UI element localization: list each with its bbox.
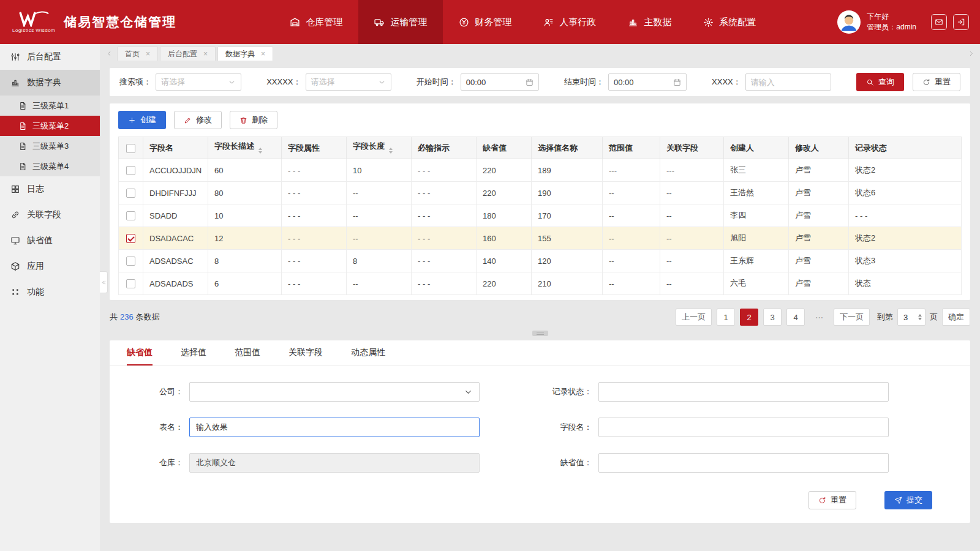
nav-item-master-data[interactable]: 主数据	[612, 0, 687, 44]
sidebar-item-default-values[interactable]: 缺省值	[0, 228, 100, 253]
table-row[interactable]: ACCUOJJDJN60- - -10- - -220189------张三卢雪…	[119, 159, 962, 182]
split-drag-handle[interactable]	[532, 331, 548, 336]
detail-tab-range-value[interactable]: 范围值	[235, 340, 260, 365]
row-checkbox[interactable]	[126, 279, 135, 288]
column-header[interactable]: 关联字段	[660, 137, 724, 159]
detail-tab-select-value[interactable]: 选择值	[181, 340, 206, 365]
sidebar-item-backend-config[interactable]: 后台配置	[0, 44, 100, 70]
sidebar-item-label: 三级菜单2	[32, 121, 69, 132]
page-button-1[interactable]: 1	[717, 309, 735, 326]
close-icon[interactable]: ×	[203, 50, 208, 58]
column-header[interactable]: 记录状态	[849, 137, 962, 159]
total-count: 共236条数据	[110, 312, 162, 323]
column-header[interactable]: 字段属性	[282, 137, 347, 159]
row-checkbox[interactable]	[126, 189, 135, 198]
tab-backend-config[interactable]: 后台配置 ×	[160, 47, 216, 61]
spinner-carets-icon[interactable]	[918, 312, 922, 322]
column-header[interactable]: 字段长度	[347, 137, 412, 159]
tabs-scroll-left[interactable]	[104, 47, 115, 61]
start-time-input[interactable]: 00:00	[461, 73, 539, 91]
xxxx-input[interactable]	[745, 73, 831, 91]
edit-button[interactable]: 修改	[174, 111, 222, 129]
table-row[interactable]: ADSADADS6- - ---- - -220210----六毛卢雪状态	[119, 272, 962, 295]
table-row[interactable]: SDADD10- - ---- - -180170----李四卢雪- - -	[119, 204, 962, 227]
table-row[interactable]: DSADACAC12- - ---- - -160155----旭阳卢雪状态2	[119, 227, 962, 250]
page-button-4[interactable]: 4	[786, 309, 805, 326]
table-row[interactable]: ADSADSAC8- - -8- - -140120----王东辉卢雪状态3	[119, 250, 962, 272]
row-checkbox[interactable]	[126, 211, 135, 220]
field-name-input[interactable]	[598, 418, 889, 437]
sidebar-item-functions[interactable]: 功能	[0, 279, 100, 305]
tabs-scroll-right[interactable]	[965, 47, 976, 61]
form-submit-button[interactable]: 提交	[884, 491, 932, 509]
create-button[interactable]: 创建	[118, 111, 166, 129]
default-value-input[interactable]	[598, 453, 889, 473]
sidebar-item-submenu-4[interactable]: 三级菜单4	[0, 156, 100, 176]
end-time-input[interactable]: 00:00	[608, 73, 687, 91]
xxxxx-select[interactable]: 请选择	[306, 73, 391, 91]
sort-icon[interactable]	[389, 146, 393, 156]
tab-home[interactable]: 首页 ×	[117, 47, 158, 61]
close-icon[interactable]: ×	[146, 50, 150, 58]
nav-item-system-config[interactable]: 系统配置	[687, 0, 772, 44]
row-checkbox[interactable]	[126, 234, 135, 243]
page-button-2[interactable]: 2	[740, 309, 758, 326]
user-info: 下午好 管理员：admin	[867, 12, 916, 33]
column-header[interactable]: 字段长描述	[208, 137, 282, 159]
logout-button[interactable]	[953, 14, 969, 30]
detail-tab-dynamic-attr[interactable]: 动态属性	[351, 340, 385, 365]
calendar-icon[interactable]	[673, 78, 681, 86]
table-row[interactable]: DHDIFNFJJJ80- - ---- - -220190----王浩然卢雪状…	[119, 182, 962, 204]
greeting-text: 下午好	[867, 12, 916, 22]
nav-item-transport[interactable]: 运输管理	[358, 0, 443, 44]
column-header[interactable]: 创建人	[724, 137, 789, 159]
calendar-icon[interactable]	[526, 78, 533, 86]
sidebar-item-data-dictionary[interactable]: 数据字典	[0, 70, 100, 96]
close-icon[interactable]: ×	[261, 50, 265, 58]
nav-item-finance[interactable]: 财务管理	[443, 0, 527, 44]
record-status-label: 记录状态：	[525, 386, 598, 397]
tab-data-dictionary[interactable]: 数据字典 ×	[217, 47, 273, 61]
avatar[interactable]	[837, 10, 861, 34]
row-checkbox[interactable]	[126, 257, 135, 266]
prev-page-button[interactable]: 上一页	[676, 309, 712, 326]
column-header[interactable]: 必输指示	[412, 137, 477, 159]
detail-tab-related-field[interactable]: 关联字段	[288, 340, 323, 365]
column-header[interactable]: 缺省值	[477, 137, 532, 159]
column-header[interactable]: 字段名	[143, 137, 208, 159]
sidebar-item-submenu-2[interactable]: 三级菜单2	[0, 116, 100, 136]
sidebar-item-logs[interactable]: 日志	[0, 176, 100, 202]
sidebar-item-apps[interactable]: 应用	[0, 253, 100, 279]
page-button-3[interactable]: 3	[763, 309, 782, 326]
row-checkbox[interactable]	[126, 166, 135, 175]
sidebar-collapse-button[interactable]	[100, 271, 108, 293]
table-cell: --	[660, 204, 724, 227]
people-icon	[543, 17, 554, 28]
select-all-checkbox[interactable]	[126, 144, 135, 153]
detail-tab-default-value[interactable]: 缺省值	[127, 340, 153, 365]
company-select[interactable]	[189, 382, 480, 402]
warehouse-input[interactable]	[189, 453, 480, 473]
next-page-button[interactable]: 下一页	[834, 309, 870, 326]
search-select[interactable]: 请选择	[156, 73, 241, 91]
query-button[interactable]: 查询	[856, 73, 904, 91]
column-header[interactable]: 选择值名称	[532, 137, 603, 159]
sidebar-item-submenu-1[interactable]: 三级菜单1	[0, 96, 100, 116]
page-button-⋯[interactable]: ⋯	[810, 309, 829, 326]
mail-button[interactable]	[931, 14, 947, 30]
total-suffix: 条数据	[136, 312, 160, 321]
table-name-input[interactable]	[189, 418, 480, 437]
filter-reset-button[interactable]: 重置	[913, 73, 960, 91]
sidebar-item-submenu-3[interactable]: 三级菜单3	[0, 136, 100, 156]
nav-item-hr[interactable]: 人事行政	[527, 0, 612, 44]
delete-button[interactable]: 删除	[230, 111, 277, 129]
column-header[interactable]: 范围值	[603, 137, 660, 159]
sort-icon[interactable]	[258, 146, 262, 156]
nav-item-warehouse[interactable]: 仓库管理	[274, 0, 358, 44]
sidebar-item-related-fields[interactable]: 关联字段	[0, 202, 100, 228]
form-reset-button[interactable]: 重置	[809, 491, 856, 509]
record-status-input[interactable]	[598, 382, 889, 402]
goto-page-input[interactable]: 3	[897, 309, 925, 326]
column-header[interactable]: 修改人	[789, 137, 849, 159]
confirm-page-button[interactable]: 确定	[942, 309, 970, 326]
